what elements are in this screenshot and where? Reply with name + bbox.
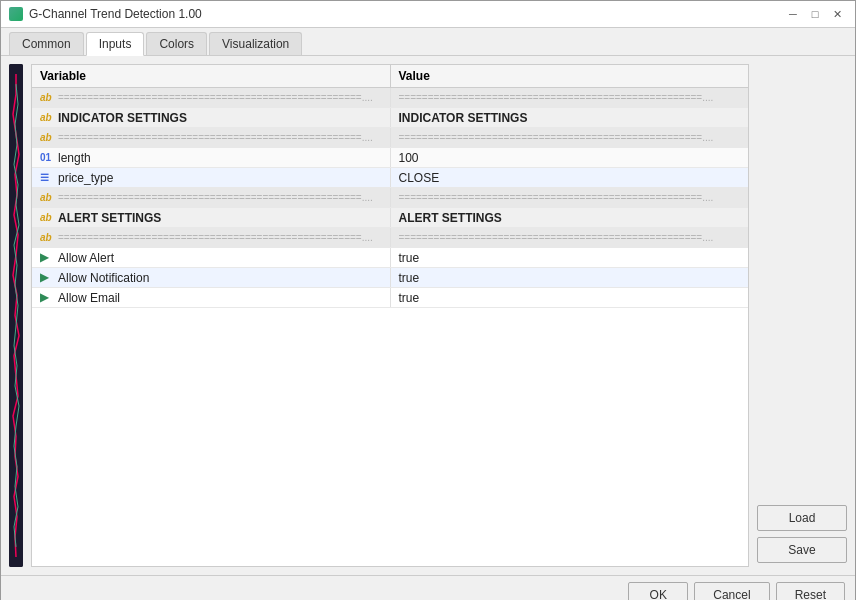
table-row: ab =====================================… <box>32 88 748 108</box>
data-table: Variable Value ab ======================… <box>31 64 749 567</box>
table-row[interactable]: ▶ Allow Email true <box>32 288 748 308</box>
cell-value: ========================================… <box>391 188 749 207</box>
cell-value: 100 <box>391 148 749 167</box>
load-button[interactable]: Load <box>757 505 847 531</box>
ok-button[interactable]: OK <box>628 582 688 600</box>
ab-icon: ab <box>40 232 54 243</box>
sep-val-text: ========================================… <box>399 92 741 103</box>
table-row[interactable]: ▶ Allow Notification true <box>32 268 748 288</box>
arrow-icon: ▶ <box>40 271 54 284</box>
cell-value: ========================================… <box>391 228 749 247</box>
title-controls: ─ □ ✕ <box>783 5 847 23</box>
row-label: ALERT SETTINGS <box>58 211 161 225</box>
cell-value: true <box>391 288 749 307</box>
sep-text: ========================================… <box>58 132 382 143</box>
table-row: ab =====================================… <box>32 128 748 148</box>
row-value: true <box>399 271 420 285</box>
cell-value: INDICATOR SETTINGS <box>391 108 749 127</box>
cell-variable: ab ALERT SETTINGS <box>32 208 391 227</box>
cell-variable: ☰ price_type <box>32 168 391 187</box>
row-value: true <box>399 291 420 305</box>
minimize-button[interactable]: ─ <box>783 5 803 23</box>
ab-icon: ab <box>40 92 54 103</box>
main-window: G-Channel Trend Detection 1.00 ─ □ ✕ Com… <box>0 0 856 600</box>
chart-sidebar <box>9 64 23 567</box>
number-icon: 01 <box>40 152 54 163</box>
tab-common[interactable]: Common <box>9 32 84 55</box>
cell-variable: ab =====================================… <box>32 128 391 147</box>
tab-colors[interactable]: Colors <box>146 32 207 55</box>
column-header-value: Value <box>391 65 749 87</box>
cell-variable: 01 length <box>32 148 391 167</box>
cancel-button[interactable]: Cancel <box>694 582 769 600</box>
ab-icon: ab <box>40 112 54 123</box>
table-body: ab =====================================… <box>32 88 748 566</box>
title-bar: G-Channel Trend Detection 1.00 ─ □ ✕ <box>1 1 855 28</box>
table-row[interactable]: ▶ Allow Alert true <box>32 248 748 268</box>
close-button[interactable]: ✕ <box>827 5 847 23</box>
cell-value: CLOSE <box>391 168 749 187</box>
row-value: ALERT SETTINGS <box>399 211 502 225</box>
sep-text: ========================================… <box>58 92 382 103</box>
cell-value: true <box>391 268 749 287</box>
tab-visualization[interactable]: Visualization <box>209 32 302 55</box>
footer: OK Cancel Reset <box>1 575 855 600</box>
row-value: 100 <box>399 151 419 165</box>
sep-val-text: ========================================… <box>399 132 741 143</box>
ab-icon: ab <box>40 212 54 223</box>
arrow-icon: ▶ <box>40 291 54 304</box>
cell-variable: ab =====================================… <box>32 88 391 107</box>
cell-value: ========================================… <box>391 88 749 107</box>
sep-val-text: ========================================… <box>399 232 741 243</box>
table-row[interactable]: ☰ price_type CLOSE <box>32 168 748 188</box>
ab-icon: ab <box>40 132 54 143</box>
reset-button[interactable]: Reset <box>776 582 845 600</box>
app-icon <box>9 7 23 21</box>
list-icon: ☰ <box>40 172 54 183</box>
row-value: INDICATOR SETTINGS <box>399 111 528 125</box>
title-bar-left: G-Channel Trend Detection 1.00 <box>9 7 202 21</box>
table-header: Variable Value <box>32 65 748 88</box>
sep-text: ========================================… <box>58 232 382 243</box>
save-button[interactable]: Save <box>757 537 847 563</box>
cell-variable: ▶ Allow Notification <box>32 268 391 287</box>
cell-value: ========================================… <box>391 128 749 147</box>
row-label: price_type <box>58 171 113 185</box>
cell-variable: ab =====================================… <box>32 228 391 247</box>
table-row[interactable]: 01 length 100 <box>32 148 748 168</box>
cell-variable: ab =====================================… <box>32 188 391 207</box>
sep-text: ========================================… <box>58 192 382 203</box>
cell-variable: ▶ Allow Email <box>32 288 391 307</box>
table-row: ab =====================================… <box>32 188 748 208</box>
tab-inputs[interactable]: Inputs <box>86 32 145 56</box>
row-label: Allow Alert <box>58 251 114 265</box>
row-value: true <box>399 251 420 265</box>
cell-value: ALERT SETTINGS <box>391 208 749 227</box>
table-row: ab =====================================… <box>32 228 748 248</box>
table-row: ab ALERT SETTINGS ALERT SETTINGS <box>32 208 748 228</box>
chart-visualization <box>9 64 23 567</box>
cell-value: true <box>391 248 749 267</box>
row-label: length <box>58 151 91 165</box>
sep-val-text: ========================================… <box>399 192 741 203</box>
row-label: Allow Notification <box>58 271 149 285</box>
row-label: Allow Email <box>58 291 120 305</box>
right-panel: Load Save <box>757 64 847 567</box>
cell-variable: ab INDICATOR SETTINGS <box>32 108 391 127</box>
window-title: G-Channel Trend Detection 1.00 <box>29 7 202 21</box>
ab-icon: ab <box>40 192 54 203</box>
row-label: INDICATOR SETTINGS <box>58 111 187 125</box>
main-content: Variable Value ab ======================… <box>1 56 855 575</box>
cell-variable: ▶ Allow Alert <box>32 248 391 267</box>
table-row: ab INDICATOR SETTINGS INDICATOR SETTINGS <box>32 108 748 128</box>
tab-bar: Common Inputs Colors Visualization <box>1 28 855 56</box>
column-header-variable: Variable <box>32 65 391 87</box>
arrow-icon: ▶ <box>40 251 54 264</box>
maximize-button[interactable]: □ <box>805 5 825 23</box>
row-value: CLOSE <box>399 171 440 185</box>
